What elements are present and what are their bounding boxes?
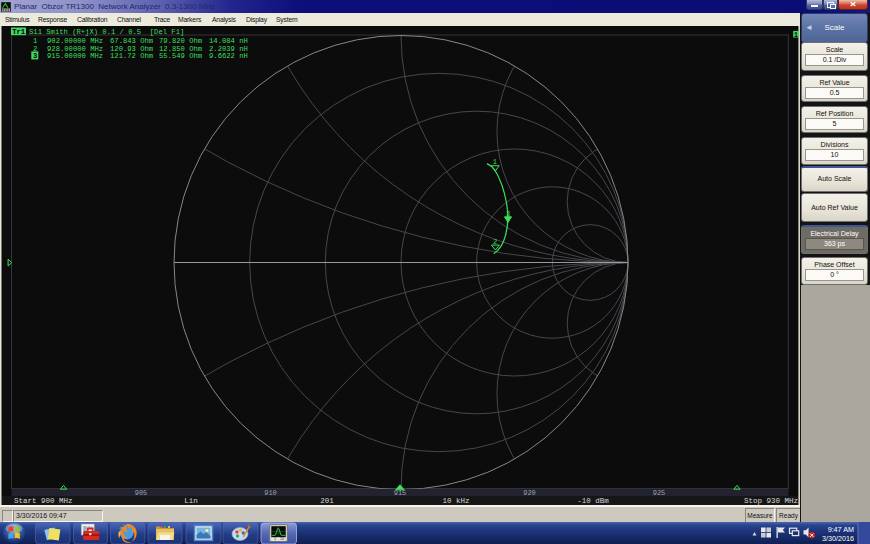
svg-text:905: 905	[135, 489, 148, 497]
svg-text:201: 201	[320, 497, 334, 505]
svg-text:3/30/2016: 3/30/2016	[822, 534, 854, 543]
svg-text:S11 Smith (R+jX) 0.1 / 0.5 [D: S11 Smith (R+jX) 0.1 / 0.5 [Del F1]	[29, 28, 184, 36]
svg-text:9:47 AM: 9:47 AM	[828, 525, 854, 534]
svg-text:920: 920	[523, 489, 536, 497]
svg-text:925: 925	[653, 489, 666, 497]
svg-text:10 kHz: 10 kHz	[442, 497, 469, 505]
svg-text:1: 1	[274, 537, 276, 541]
svg-text:915.00000 MHz: 915.00000 MHz	[47, 52, 103, 60]
svg-text:Tr1: Tr1	[12, 28, 26, 36]
svg-text:2: 2	[493, 238, 497, 246]
svg-text:9.6622 nH: 9.6622 nH	[209, 52, 248, 60]
svg-text:Stop 930 MHz: Stop 930 MHz	[744, 497, 798, 505]
svg-text:910: 910	[264, 489, 277, 497]
svg-text:Start 900 MHz: Start 900 MHz	[14, 497, 73, 505]
svg-text:3: 3	[506, 210, 510, 218]
svg-text:1: 1	[794, 32, 798, 39]
svg-text:121.72 Ohm: 121.72 Ohm	[110, 52, 153, 60]
svg-text:1: 1	[493, 158, 497, 166]
svg-text:3: 3	[33, 52, 37, 60]
svg-text:55.549 Ohm: 55.549 Ohm	[159, 52, 202, 60]
svg-text:-10 dBm: -10 dBm	[577, 497, 609, 505]
svg-text:10: 10	[280, 537, 284, 541]
svg-text:Lin: Lin	[184, 497, 198, 505]
